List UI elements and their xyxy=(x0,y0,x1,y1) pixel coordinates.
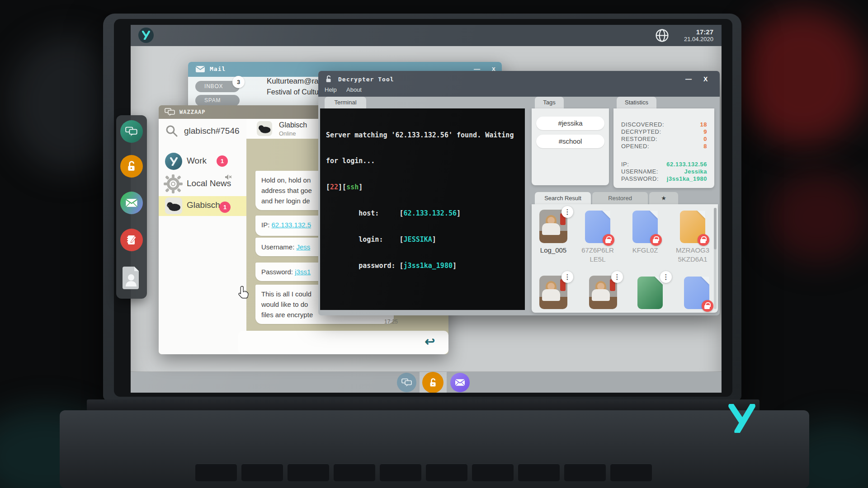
file-tile-photo[interactable]: ⋮ xyxy=(582,276,624,309)
file-icon-green xyxy=(637,277,663,309)
wazzaap-window-title: WAZZAAP xyxy=(179,109,206,115)
tag-school[interactable]: #school xyxy=(536,135,604,148)
clock-date: 21.04.2020 xyxy=(684,36,713,42)
chat-peer-status: Online xyxy=(279,130,296,137)
file-menu-button[interactable]: ⋮ xyxy=(561,271,573,283)
os-taskbar xyxy=(131,372,722,393)
stat-password: PASSWORD:j3ss1ka_1980 xyxy=(621,175,707,182)
file-icon-blue xyxy=(632,211,658,243)
terminal-line xyxy=(326,288,519,296)
file-icon-blue xyxy=(585,211,610,243)
decrypter-close-button[interactable]: X xyxy=(703,75,708,83)
file-name: MZRAOG3 5KZD6A1 xyxy=(672,246,713,264)
stat-opened: OPENED:8 xyxy=(621,143,707,150)
message-time: 17:25 xyxy=(384,319,398,325)
clock-time: 17:27 xyxy=(684,28,713,36)
taskbar-decrypter-icon[interactable] xyxy=(422,372,443,393)
file-menu-button[interactable]: ⋮ xyxy=(561,206,573,218)
ip-link[interactable]: 62.133.132.5 xyxy=(272,221,311,229)
file-tile-encrypted[interactable] xyxy=(676,276,717,309)
file-name: 67Z6P6LR LE5L xyxy=(578,246,618,264)
background-red-glow xyxy=(737,9,868,145)
tab-search-result[interactable]: Search Result xyxy=(535,192,591,204)
file-tile-encrypted[interactable]: 67Z6P6LR LE5L xyxy=(577,210,618,264)
background-red-glow-2 xyxy=(769,172,868,262)
brand-y-logo xyxy=(728,404,756,433)
contact-row-work[interactable]: Work 1 xyxy=(159,151,246,172)
laptop-screen: 17:27 21.04.2020 Mail — x INBOX 3 SPAM K… xyxy=(131,25,722,393)
password-link[interactable]: j3ss1 xyxy=(295,268,311,276)
mail-preview-subject[interactable]: Festival of Cultu xyxy=(267,88,319,96)
decrypter-window-title: Decrypter Tool xyxy=(338,76,394,83)
reply-icon[interactable]: ↩ xyxy=(425,334,435,349)
decrypter-window: Decrypter Tool — X Help About Terminal S… xyxy=(318,71,720,315)
decrypter-minimize-button[interactable]: — xyxy=(685,75,692,83)
decrypter-titlebar[interactable]: Decrypter Tool — X Help About xyxy=(318,71,720,97)
file-tile-photo[interactable]: ⋮ xyxy=(533,276,574,309)
lock-badge-icon xyxy=(698,234,709,246)
network-globe-icon[interactable] xyxy=(655,28,669,42)
decrypter-lock-icon xyxy=(325,75,333,83)
tab-favorites-star[interactable]: ★ xyxy=(649,192,678,204)
file-icon-blue xyxy=(684,277,709,309)
tab-statistics[interactable]: Statistics xyxy=(617,97,656,108)
mail-window-icon xyxy=(195,66,205,73)
file-menu-button[interactable]: ⋮ xyxy=(660,271,672,283)
chat-peer-name: Glabisch xyxy=(279,121,307,129)
tab-terminal[interactable]: Terminal xyxy=(325,97,366,108)
wazzaap-contact-panel: glabisch#7546 Work 1 xyxy=(159,119,246,354)
search-input[interactable]: glabisch#7546 xyxy=(184,126,240,136)
clock: 17:27 21.04.2020 xyxy=(684,28,713,42)
stat-ip: IP:62.133.132.56 xyxy=(621,161,707,168)
dock-mail-icon[interactable] xyxy=(120,192,143,214)
os-y-logo[interactable] xyxy=(138,28,154,43)
file-name: KFGL0Z xyxy=(624,246,666,255)
terminal-line: for login... xyxy=(326,157,519,165)
menu-about[interactable]: About xyxy=(346,86,362,93)
file-tile-encrypted[interactable]: KFGL0Z xyxy=(624,210,666,255)
dock-wazzaap-icon[interactable] xyxy=(120,120,143,143)
contact-row-glabisch[interactable]: Glabisch 1 xyxy=(159,196,246,216)
file-menu-button[interactable]: ⋮ xyxy=(611,271,623,283)
file-tile-decrypted[interactable]: ⋮ xyxy=(629,276,671,309)
contact-name: Glabisch xyxy=(187,200,220,210)
contact-row-local-news[interactable]: Local News xyxy=(159,173,246,194)
taskbar-wazzaap-icon[interactable] xyxy=(397,373,416,392)
file-grid-scrollbar[interactable] xyxy=(714,208,717,309)
mail-preview-from[interactable]: Kulturteam@rath xyxy=(267,77,325,86)
menu-help[interactable]: Help xyxy=(325,86,337,93)
terminal-line: host: [62.133.132.56] xyxy=(326,209,519,218)
tag-jessika[interactable]: #jessika xyxy=(536,117,604,130)
tags-panel: #jessika #school xyxy=(532,108,609,185)
hand-cursor xyxy=(237,286,250,299)
chat-input-bar[interactable]: ↩ xyxy=(238,331,448,354)
app-dock xyxy=(116,115,147,299)
stat-discovered: DISCOVERED:18 xyxy=(621,121,707,128)
statistics-panel: DISCOVERED:18 DECRYPTED:9 RESTORED:0 OPE… xyxy=(613,108,714,188)
file-tile-log005[interactable]: ⋮ Log_005 xyxy=(533,210,574,255)
chat-peer-avatar xyxy=(257,121,272,136)
laptop-base xyxy=(60,410,809,488)
work-avatar xyxy=(165,153,182,170)
dock-profile-icon[interactable] xyxy=(120,266,143,289)
stat-username: USERNAME:Jessika xyxy=(621,168,707,175)
tab-restored[interactable]: Restored xyxy=(592,192,648,204)
dock-notes-icon[interactable] xyxy=(120,229,143,251)
taskbar-mail-icon[interactable] xyxy=(450,373,470,392)
game-scene: 17:27 21.04.2020 Mail — x INBOX 3 SPAM K… xyxy=(0,0,868,488)
contact-name: Work xyxy=(187,156,207,166)
os-topbar: 17:27 21.04.2020 xyxy=(131,25,722,46)
mail-spam-button[interactable]: SPAM xyxy=(195,95,240,106)
dog-avatar xyxy=(165,197,182,214)
terminal-output[interactable]: Server matching '62.133.132.56' found. W… xyxy=(320,108,525,310)
muted-icon xyxy=(225,174,232,180)
mail-window-title: Mail xyxy=(210,66,226,72)
file-grid-panel: ⋮ Log_005 67Z6P6LR LE5L KFGL0 xyxy=(532,204,718,313)
username-link[interactable]: Jess xyxy=(297,243,311,251)
lock-badge-icon xyxy=(603,234,614,246)
lock-badge-icon xyxy=(702,300,713,312)
file-tile-encrypted[interactable]: MZRAOG3 5KZD6A1 xyxy=(672,210,713,264)
dock-decrypter-icon[interactable] xyxy=(120,155,143,178)
mail-inbox-badge: 3 xyxy=(232,76,245,88)
tab-tags[interactable]: Tags xyxy=(535,97,564,108)
